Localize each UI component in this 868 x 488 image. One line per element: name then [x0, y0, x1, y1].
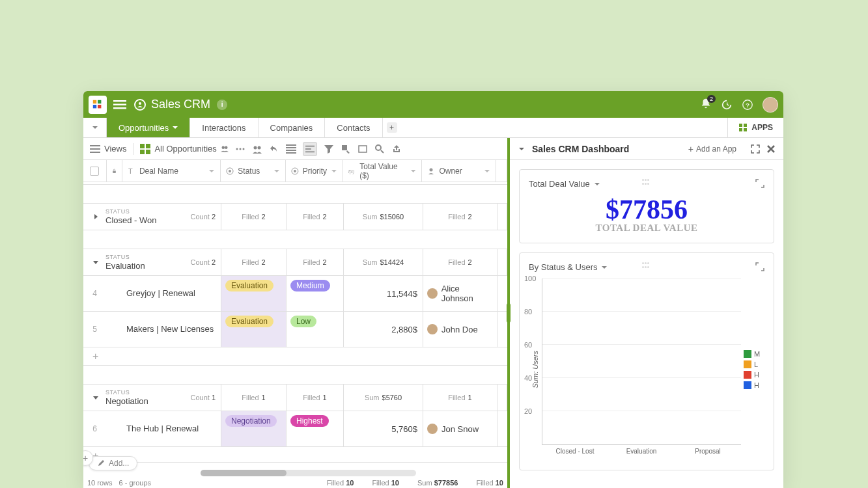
- chart-x-tick: Closed - Lost: [542, 445, 608, 461]
- chevron-down-icon: [484, 168, 490, 174]
- pencil-icon: [97, 459, 105, 467]
- user-avatar[interactable]: [763, 97, 778, 113]
- tab-nav-dropdown[interactable]: [83, 118, 107, 137]
- column-owner[interactable]: Owner: [422, 160, 496, 182]
- more-icon[interactable]: [235, 144, 245, 154]
- drag-handle-icon[interactable]: [642, 262, 651, 269]
- notifications-button[interactable]: 2: [700, 98, 712, 112]
- cell-priority[interactable]: Medium: [287, 276, 344, 311]
- tab-opportunities[interactable]: Opportunities: [107, 118, 190, 137]
- history-icon[interactable]: [721, 99, 733, 111]
- svg-rect-13: [744, 128, 747, 131]
- color-icon[interactable]: [357, 144, 368, 154]
- filter-icon[interactable]: [324, 144, 334, 154]
- column-deal-name[interactable]: T Deal Name: [122, 160, 221, 182]
- search-icon[interactable]: [374, 144, 385, 154]
- collapse-group-icon[interactable]: [92, 259, 99, 265]
- collapse-group-icon[interactable]: [92, 394, 99, 401]
- cell-status[interactable]: Evaluation: [221, 312, 287, 347]
- group-agg-owner: Filled 2: [423, 204, 497, 230]
- cell-priority[interactable]: Low: [287, 312, 344, 347]
- column-status[interactable]: Status: [221, 160, 286, 182]
- chart-plot-area: 20406080100: [542, 278, 741, 445]
- cell-value[interactable]: 2,880$: [344, 312, 423, 347]
- grid-body[interactable]: STATUSClosed - WonCount 2 Filled 2 Fille…: [83, 182, 507, 462]
- table-row[interactable]: 6 The Hub | Renewal Negotiation Highest …: [83, 411, 507, 447]
- legend-item: H: [744, 381, 764, 389]
- workspace-icon[interactable]: [134, 99, 146, 111]
- expand-group-icon[interactable]: [92, 213, 99, 220]
- horizontal-scrollbar[interactable]: [201, 470, 416, 476]
- legend-swatch: [744, 371, 751, 379]
- tab-interactions[interactable]: Interactions: [190, 118, 258, 137]
- grid-footer: + Add... 10 rows 6 - groups Filled 10 Fi…: [83, 462, 507, 488]
- widget-expand-icon[interactable]: [755, 179, 764, 188]
- group-header[interactable]: STATUSClosed - WonCount 2 Filled 2 Fille…: [83, 203, 507, 230]
- owner-avatar-icon: [427, 288, 438, 299]
- svg-point-22: [225, 146, 228, 149]
- owner-name: Alice Johnson: [441, 284, 493, 303]
- tab-contacts[interactable]: Contacts: [325, 118, 382, 137]
- collapse-icon[interactable]: [518, 145, 525, 153]
- column-priority[interactable]: Priority: [286, 160, 343, 182]
- wrap-text-icon[interactable]: [303, 142, 317, 156]
- info-icon[interactable]: i: [217, 100, 227, 110]
- help-icon[interactable]: ?: [742, 99, 753, 111]
- cell-owner[interactable]: John Doe: [423, 312, 497, 347]
- footer-totals: Filled 10 Filled 10 Sum $77856 Filled 10: [327, 479, 503, 487]
- tab-label: Contacts: [337, 123, 370, 133]
- scrollbar-thumb[interactable]: [201, 470, 287, 476]
- tab-companies[interactable]: Companies: [259, 118, 326, 137]
- group-agg-owner: Filled 1: [423, 385, 497, 411]
- cell-owner[interactable]: Alice Johnson: [423, 276, 497, 311]
- select-all-header[interactable]: [83, 160, 107, 182]
- row-number: 4: [83, 276, 107, 311]
- cell-deal-name[interactable]: Greyjoy | Renewal: [122, 276, 221, 311]
- add-label: Add...: [109, 459, 129, 468]
- tab-label: Interactions: [202, 123, 245, 133]
- add-app-button[interactable]: + Add an App: [688, 144, 736, 154]
- view-selector[interactable]: All Opportunities: [140, 144, 228, 154]
- table-row[interactable]: 5 Makers | New Licenses Evaluation Low 2…: [83, 312, 507, 347]
- cell-deal-name[interactable]: The Hub | Renewal: [122, 411, 221, 446]
- chart-legend: MLHH: [741, 278, 764, 461]
- drag-handle-icon[interactable]: [642, 179, 651, 185]
- cell-value[interactable]: 5,760$: [344, 411, 423, 446]
- cell-status[interactable]: Negotiation: [221, 411, 287, 446]
- add-row-chip[interactable]: + Add...: [89, 456, 137, 470]
- cell-value[interactable]: 11,544$: [344, 276, 423, 311]
- row-number: 6: [83, 411, 107, 446]
- cell-deal-name[interactable]: Makers | New Licenses: [122, 312, 221, 347]
- undo-icon[interactable]: [269, 144, 279, 154]
- column-label: Priority: [303, 167, 327, 176]
- add-row-button[interactable]: +: [83, 347, 507, 366]
- app-logo[interactable]: [89, 96, 107, 114]
- format-icon[interactable]: [341, 144, 351, 154]
- expand-icon[interactable]: [751, 144, 760, 154]
- group-header[interactable]: STATUSNegotiationCount 1 Filled 1 Filled…: [83, 384, 507, 411]
- column-label: Total Value ($): [359, 162, 406, 180]
- priority-badge: Low: [290, 316, 316, 327]
- apps-button[interactable]: APPS: [727, 118, 783, 137]
- view-name: All Opportunities: [154, 144, 216, 154]
- dashboard-body[interactable]: Total Deal Value $77856 TOTAL DEAL VALUE…: [510, 160, 783, 488]
- svg-rect-28: [286, 144, 296, 146]
- share-icon[interactable]: [252, 144, 262, 154]
- views-button[interactable]: Views: [90, 144, 126, 154]
- svg-text:?: ?: [746, 101, 749, 108]
- resize-handle[interactable]: [507, 303, 511, 323]
- close-icon[interactable]: [766, 144, 776, 154]
- add-row-button[interactable]: +: [83, 447, 507, 462]
- row-height-icon[interactable]: [286, 144, 296, 154]
- cell-status[interactable]: Evaluation: [221, 276, 287, 311]
- cell-priority[interactable]: Highest: [287, 411, 344, 446]
- table-row[interactable]: 4 Greyjoy | Renewal Evaluation Medium 11…: [83, 276, 507, 312]
- add-tab-button[interactable]: +: [387, 122, 397, 133]
- column-total-value[interactable]: f(x) Total Value ($): [343, 160, 423, 182]
- cell-owner[interactable]: Jon Snow: [423, 411, 497, 446]
- chevron-down-icon: [273, 168, 280, 174]
- hamburger-icon[interactable]: [113, 98, 126, 111]
- export-icon[interactable]: [391, 144, 402, 154]
- widget-expand-icon[interactable]: [755, 262, 764, 271]
- group-header[interactable]: STATUSEvaluationCount 2 Filled 2 Filled …: [83, 249, 507, 276]
